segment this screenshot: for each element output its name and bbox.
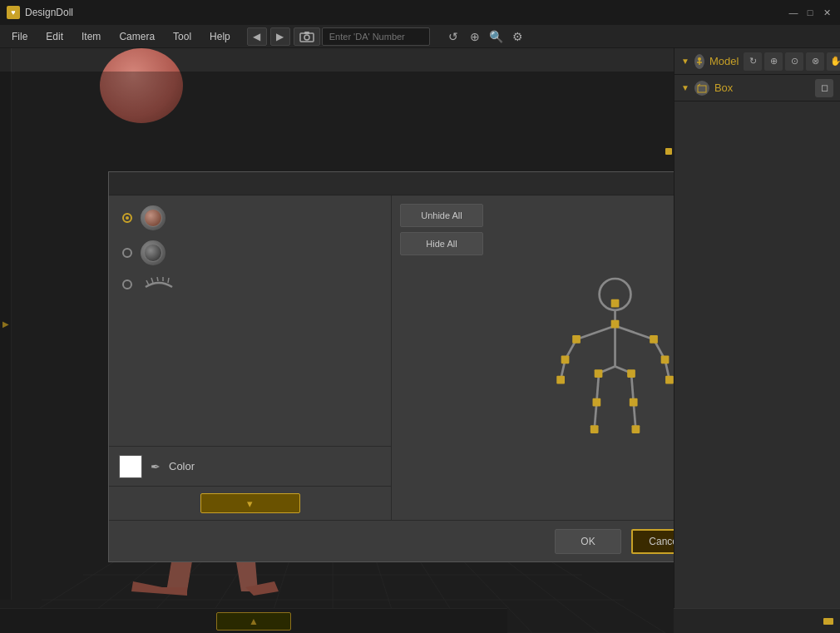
menu-item[interactable]: Item: [73, 27, 109, 46]
svg-rect-41: [611, 320, 620, 329]
svg-line-22: [157, 277, 158, 281]
menubar: File Edit Item Camera Tool Help ◀ ▶ ↺ ⊕ …: [0, 25, 840, 48]
dropdown-arrow: ▾: [247, 497, 253, 510]
eye-icon-1: [141, 205, 166, 230]
ok-button[interactable]: OK: [555, 529, 621, 554]
da-number-input[interactable]: [322, 27, 430, 46]
body-diagram: [531, 204, 674, 520]
refresh-icon[interactable]: ↺: [445, 28, 462, 45]
box-3d-icon[interactable]: ◻: [815, 79, 833, 97]
radio-item2[interactable]: [122, 248, 132, 258]
app-title: DesignDoll: [25, 7, 73, 18]
scroll-indicator: [665, 148, 672, 155]
svg-line-24: [168, 278, 169, 283]
color-label: Color: [169, 460, 195, 472]
rotate-icon[interactable]: ↻: [744, 52, 762, 71]
hide-all-button[interactable]: Hide All: [400, 232, 483, 255]
svg-rect-50: [593, 398, 601, 407]
maximize-button[interactable]: □: [803, 6, 817, 19]
svg-rect-53: [632, 425, 640, 433]
eyedropper-icon[interactable]: ✒: [151, 460, 161, 473]
nav-forward-button[interactable]: ▶: [270, 27, 290, 46]
viewport: ▶ ▲ ▪: [0, 48, 674, 633]
modal-overlay: ▪: [0, 72, 674, 633]
svg-rect-57: [698, 86, 706, 92]
list-item[interactable]: [116, 237, 384, 269]
box-icon-circle: [694, 81, 709, 96]
modal-right-buttons: Unhide All Hide All: [392, 195, 492, 264]
svg-rect-45: [661, 355, 670, 363]
color-swatch[interactable]: [119, 455, 142, 478]
modal-left-panel: ✒ Color ▾: [109, 195, 392, 520]
right-panel-model-header: ▼ Model ↻ ⊕ ⊙ ⊗ ✋ 👁: [674, 48, 840, 75]
modal-titlebar: ▪: [109, 172, 674, 195]
zoom-out-icon[interactable]: ⊗: [806, 52, 824, 71]
toolbar-icons: ↺ ⊕ 🔍 ⚙: [445, 28, 526, 45]
svg-rect-46: [556, 376, 565, 384]
main-area: ▶ ▲ ▪: [0, 48, 840, 633]
zoom-in-icon[interactable]: ⊙: [785, 52, 803, 71]
svg-line-21: [151, 278, 153, 283]
right-panel-status: [674, 608, 840, 633]
modal-footer: OK Cancel: [109, 520, 674, 561]
modal-dropdown-row: ▾: [109, 487, 391, 520]
svg-rect-44: [561, 355, 570, 363]
svg-rect-52: [590, 425, 599, 433]
right-panel: ▼ Model ↻ ⊕ ⊙ ⊗ ✋ 👁 ▼: [674, 48, 840, 633]
model-dropdown-arrow[interactable]: ▼: [681, 57, 689, 66]
minimize-button[interactable]: —: [787, 6, 800, 19]
menu-tool[interactable]: Tool: [165, 27, 200, 46]
svg-line-27: [576, 326, 615, 339]
box-label: Box: [714, 82, 733, 94]
svg-rect-40: [611, 299, 620, 308]
svg-rect-2: [304, 32, 309, 34]
model-icon: [694, 54, 704, 69]
scroll-dot: [665, 148, 672, 155]
svg-rect-49: [627, 369, 635, 378]
titlebar: ♥ DesignDoll — □ ✕: [0, 0, 840, 25]
eye-icon-2: [141, 240, 166, 265]
list-item[interactable]: [116, 202, 384, 234]
right-panel-content: [674, 101, 840, 633]
unhide-all-button[interactable]: Unhide All: [400, 204, 483, 227]
dropdown-button[interactable]: ▾: [200, 493, 300, 513]
radio-item3[interactable]: [122, 279, 132, 289]
radio-item1[interactable]: [122, 213, 132, 223]
svg-point-1: [304, 35, 309, 40]
menu-help[interactable]: Help: [201, 27, 239, 46]
svg-line-20: [146, 280, 149, 285]
box-dropdown-arrow[interactable]: ▼: [681, 83, 689, 92]
svg-rect-47: [665, 376, 674, 384]
eyelash-icon: [141, 275, 177, 294]
svg-point-54: [698, 57, 701, 61]
model-label: Model: [709, 55, 739, 67]
menu-camera[interactable]: Camera: [111, 27, 163, 46]
zoom-icon[interactable]: 🔍: [488, 28, 505, 45]
svg-line-28: [615, 326, 654, 339]
status-indicator: [823, 618, 833, 625]
modal-right-panel: Unhide All Hide All: [392, 195, 674, 520]
camera-button[interactable]: [294, 27, 320, 46]
titlebar-left: ♥ DesignDoll: [7, 6, 73, 19]
modal-color-section: ✒ Color: [109, 447, 391, 487]
settings-icon[interactable]: ⚙: [510, 28, 526, 45]
svg-rect-48: [595, 369, 603, 378]
move-icon[interactable]: ⊕: [764, 52, 783, 71]
hand-icon[interactable]: ✋: [827, 52, 840, 71]
titlebar-controls: — □ ✕: [787, 6, 833, 19]
right-panel-box-header: ▼ Box ◻: [674, 75, 840, 101]
nav-back-button[interactable]: ◀: [247, 27, 267, 46]
svg-rect-51: [630, 398, 638, 407]
app-icon: ♥: [7, 6, 20, 19]
menu-file[interactable]: File: [3, 27, 36, 46]
add-icon[interactable]: ⊕: [467, 28, 483, 45]
menu-edit[interactable]: Edit: [37, 27, 72, 46]
list-item[interactable]: [116, 272, 384, 297]
cancel-button[interactable]: Cancel: [631, 529, 674, 554]
nav-buttons: ◀ ▶: [247, 27, 320, 46]
modal-dialog: ▪: [108, 171, 674, 562]
close-button[interactable]: ✕: [820, 6, 833, 19]
camera-icon: [299, 31, 314, 42]
svg-rect-43: [650, 335, 658, 344]
modal-body: ✒ Color ▾ Un: [109, 195, 674, 520]
